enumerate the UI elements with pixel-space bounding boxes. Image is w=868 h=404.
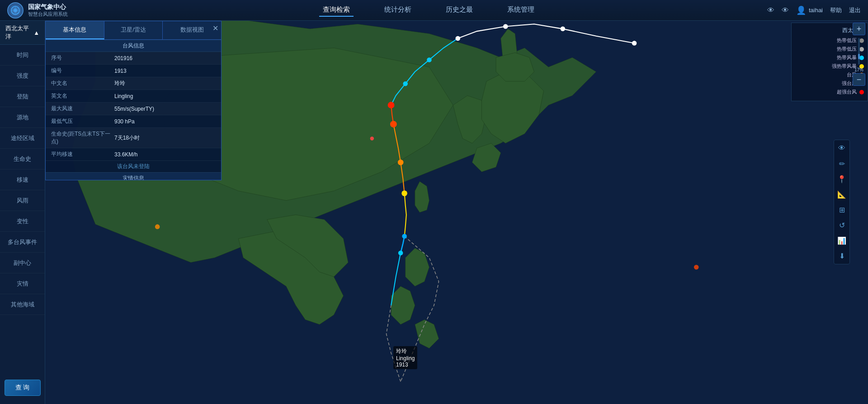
logout-btn[interactable]: 退出 xyxy=(849,6,861,14)
sidebar-item-lifecycle[interactable]: 生命史 xyxy=(0,149,45,169)
user-avatar-icon: 👤 xyxy=(796,5,806,15)
svg-point-11 xyxy=(398,160,404,165)
svg-point-17 xyxy=(503,24,508,29)
info-row: 中文名玲玲 xyxy=(46,77,221,90)
sidebar-item-disaster[interactable]: 灾情 xyxy=(0,273,45,294)
info-tab-0[interactable]: 基本信息 xyxy=(46,21,104,39)
region-selector[interactable]: 西北太平洋 ▲ xyxy=(0,21,45,45)
info-label: 英文名 xyxy=(51,92,114,100)
zoom-slider[interactable]: 17% xyxy=(854,36,863,72)
sidebar: 西北太平洋 ▲ 时间强度登陆源地途经区域生命史移速风雨变性多台风事件副中心灾情其… xyxy=(0,21,45,404)
info-value: 1913 xyxy=(114,68,127,74)
layers-tool-icon[interactable]: ⊞ xyxy=(835,203,848,216)
zoom-out-button[interactable]: − xyxy=(853,73,865,86)
info-row: 平均移速33.6KM/h xyxy=(46,148,221,161)
sidebar-item-landing[interactable]: 登陆 xyxy=(0,86,45,107)
legend-dot xyxy=(859,90,864,94)
svg-point-13 xyxy=(388,102,395,108)
svg-point-12 xyxy=(390,121,397,127)
sidebar-items: 时间强度登陆源地途经区域生命史移速风雨变性多台风事件副中心灾情其他海域 xyxy=(0,45,45,315)
info-value: Lingling xyxy=(114,93,133,99)
info-tab-1[interactable]: 卫星/雷达 xyxy=(104,21,163,39)
logo-area: 国家气象中心 智慧台风应用系统 xyxy=(0,2,90,19)
info-panel-content[interactable]: 台风信息序号201916编号1913中文名玲玲英文名Lingling最大风速55… xyxy=(46,40,221,180)
nav-item-系统管理[interactable]: 系统管理 xyxy=(504,4,538,17)
info-value: 55m/s(SuperTY) xyxy=(114,106,154,112)
zoom-controls: + 17% − xyxy=(850,21,868,88)
svg-point-16 xyxy=(455,36,460,41)
help-btn[interactable]: 帮助 xyxy=(830,6,842,14)
nav-item-历史之最[interactable]: 历史之最 xyxy=(442,4,476,17)
nav-item-统计分析[interactable]: 统计分析 xyxy=(381,4,415,17)
view-icon1[interactable]: 👁 xyxy=(767,6,774,14)
sidebar-item-multi[interactable]: 多台风事件 xyxy=(0,232,45,253)
section-basic-header: 台风信息 xyxy=(46,40,221,52)
sidebar-item-strength[interactable]: 强度 xyxy=(0,66,45,86)
location-tool-icon[interactable]: 📍 xyxy=(835,173,848,185)
sidebar-item-origin[interactable]: 源地 xyxy=(0,107,45,128)
zoom-percentage: 17% xyxy=(854,67,863,72)
info-row: 最大风速55m/s(SuperTY) xyxy=(46,103,221,115)
header-right: 👁 👁 👤 taihai 帮助 退出 xyxy=(767,5,868,15)
sidebar-item-other_sea[interactable]: 其他海域 xyxy=(0,294,45,315)
svg-point-14 xyxy=(403,81,408,86)
user-area: 👤 taihai xyxy=(796,5,823,15)
sidebar-item-speed[interactable]: 移速 xyxy=(0,169,45,190)
info-row: 编号1913 xyxy=(46,65,221,77)
svg-point-5 xyxy=(370,136,374,140)
info-value: 玲玲 xyxy=(114,80,125,87)
region-label: 西北太平洋 xyxy=(5,24,33,41)
info-label: 平均移速 xyxy=(51,150,114,158)
landing-note: 该台风未登陆 xyxy=(46,161,221,172)
info-panel: 基本信息卫星/雷达数据视图 ✕ 台风信息序号201916编号1913中文名玲玲英… xyxy=(45,21,222,180)
info-label: 最大风速 xyxy=(51,105,114,113)
zoom-in-button[interactable]: + xyxy=(853,23,865,35)
info-label: 生命史(距TS点末TS下一点) xyxy=(51,130,114,146)
svg-point-19 xyxy=(632,41,637,46)
info-row: 序号201916 xyxy=(46,52,221,65)
logo-sub: 智慧台风应用系统 xyxy=(28,11,68,17)
info-panel-close-button[interactable]: ✕ xyxy=(212,24,218,33)
info-label: 中文名 xyxy=(51,80,114,87)
sidebar-item-time[interactable]: 时间 xyxy=(0,45,45,66)
query-button[interactable]: 查 询 xyxy=(5,380,41,396)
info-tabs: 基本信息卫星/雷达数据视图 xyxy=(46,21,221,40)
logo-title: 国家气象中心 xyxy=(28,3,68,11)
svg-point-15 xyxy=(427,57,432,62)
legend-item: 超强台风 xyxy=(795,89,864,95)
logo-text: 国家气象中心 智慧台风应用系统 xyxy=(28,3,68,17)
download-tool-icon[interactable]: ⬇ xyxy=(835,249,848,262)
svg-point-8 xyxy=(398,250,403,255)
header: 国家气象中心 智慧台风应用系统 查询检索统计分析历史之最系统管理 👁 👁 👤 t… xyxy=(0,0,868,21)
ruler-tool-icon[interactable]: 📐 xyxy=(835,188,848,201)
svg-point-6 xyxy=(155,224,160,229)
view-icon2[interactable]: 👁 xyxy=(782,6,789,14)
svg-point-10 xyxy=(401,190,407,196)
sidebar-item-passing[interactable]: 途经区域 xyxy=(0,128,45,149)
info-value: 930 hPa xyxy=(114,118,135,125)
info-row: 最低气压930 hPa xyxy=(46,115,221,128)
refresh-tool-icon[interactable]: ↺ xyxy=(835,219,848,231)
info-label: 最低气压 xyxy=(51,117,114,125)
username: taihai xyxy=(809,7,823,14)
sidebar-item-transform[interactable]: 变性 xyxy=(0,211,45,232)
info-row: 生命史(距TS点末TS下一点)7天18小时 xyxy=(46,128,221,148)
info-row: 英文名Lingling xyxy=(46,90,221,103)
info-label: 编号 xyxy=(51,67,114,75)
right-tools: 👁 ✏ 📍 📐 ⊞ ↺ 📊 ⬇ xyxy=(834,140,850,264)
svg-point-18 xyxy=(561,27,566,32)
sidebar-item-wind[interactable]: 风雨 xyxy=(0,190,45,211)
section-disaster-header: 灾情信息 xyxy=(46,172,221,180)
chart-tool-icon[interactable]: 📊 xyxy=(835,234,848,247)
info-value: 33.6KM/h xyxy=(114,151,137,158)
pencil-tool-icon[interactable]: ✏ xyxy=(835,157,848,170)
sidebar-item-sub[interactable]: 副中心 xyxy=(0,253,45,273)
logo-icon xyxy=(7,2,24,19)
svg-point-7 xyxy=(694,265,699,270)
legend-label: 超强台风 xyxy=(837,89,857,95)
region-collapse-icon: ▲ xyxy=(33,29,39,36)
svg-point-9 xyxy=(402,234,407,239)
nav-item-查询检索[interactable]: 查询检索 xyxy=(319,4,354,17)
nav-area: 查询检索统计分析历史之最系统管理 xyxy=(90,4,767,17)
eye-tool-icon[interactable]: 👁 xyxy=(835,142,848,155)
